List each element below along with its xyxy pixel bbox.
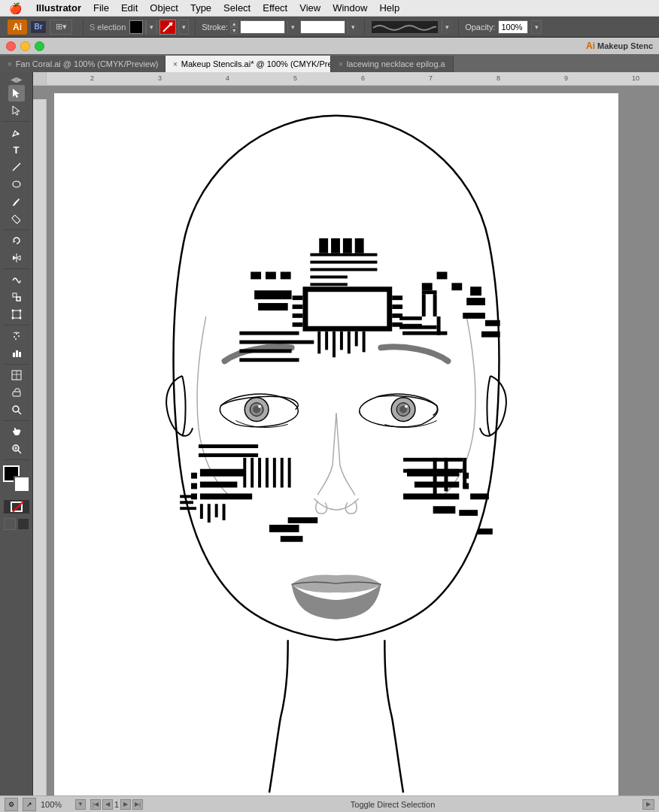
stroke-up[interactable]: ▲	[230, 20, 238, 27]
svg-rect-85	[288, 458, 291, 488]
selection-tool[interactable]	[8, 85, 25, 102]
column-graph-tool[interactable]	[8, 345, 25, 362]
svg-line-26	[18, 411, 21, 414]
warp-tool[interactable]	[8, 271, 25, 288]
svg-rect-8	[17, 297, 20, 301]
svg-rect-106	[223, 504, 226, 520]
svg-rect-62	[348, 332, 351, 354]
stroke-dropdown-2[interactable]: ▾	[348, 20, 358, 34]
color-mode-area	[3, 499, 30, 514]
menu-illustrator[interactable]: Illustrator	[30, 0, 87, 16]
stroke-value[interactable]	[240, 20, 285, 34]
br-logo[interactable]: Br	[30, 20, 47, 34]
canvas[interactable]	[54, 93, 659, 795]
menu-view[interactable]: View	[293, 0, 326, 16]
svg-rect-90	[459, 510, 478, 516]
svg-rect-1	[169, 23, 172, 26]
ruler-vertical	[33, 99, 47, 795]
color-mode-none[interactable]	[3, 499, 30, 514]
status-right-arrow[interactable]: ▶	[642, 799, 654, 810]
style-selector[interactable]	[159, 20, 176, 35]
tool-sep-7	[3, 459, 30, 460]
brush-dropdown[interactable]: ▾	[442, 20, 452, 34]
menu-file[interactable]: File	[87, 0, 115, 16]
zoom-tool[interactable]	[8, 401, 25, 418]
menu-select[interactable]: Select	[217, 0, 257, 16]
menu-help[interactable]: Help	[373, 0, 405, 16]
maximize-button[interactable]	[35, 41, 44, 51]
close-button[interactable]	[6, 41, 16, 51]
first-page-btn[interactable]: |◀	[90, 799, 101, 810]
slice-tool[interactable]	[8, 367, 25, 383]
tab-lacewing[interactable]: × lacewing necklace epilog.a	[331, 56, 454, 72]
background-color[interactable]	[14, 476, 30, 492]
status-config-btn[interactable]: ⚙	[5, 798, 18, 811]
eraser-tool[interactable]	[8, 384, 25, 401]
svg-rect-78	[239, 358, 299, 362]
fill-swatch[interactable]	[129, 20, 143, 34]
toolbar-separator-1	[83, 19, 84, 35]
menu-window[interactable]: Window	[326, 0, 373, 16]
opacity-value[interactable]: 100%	[498, 20, 528, 34]
tab-close-3[interactable]: ×	[339, 60, 343, 68]
stroke-spinners[interactable]: ▲ ▼	[230, 20, 238, 34]
toolbar-separator-2	[195, 19, 196, 35]
rotate-tool[interactable]	[8, 232, 25, 249]
free-transform-tool[interactable]	[8, 306, 25, 323]
direct-selection-tool[interactable]	[8, 102, 25, 119]
stroke-dropdown[interactable]: ▾	[287, 20, 298, 34]
symbol-sprayer-tool[interactable]	[8, 328, 25, 344]
menu-edit[interactable]: Edit	[115, 0, 144, 16]
svg-rect-64	[363, 332, 366, 353]
menu-object[interactable]: Object	[144, 0, 184, 16]
screen-mode-1[interactable]	[4, 518, 16, 530]
line-tool[interactable]	[8, 159, 25, 175]
brush-preview	[371, 20, 439, 34]
tool-sep-4	[3, 325, 30, 326]
fill-dropdown[interactable]: ▾	[145, 20, 157, 34]
ellipse-tool[interactable]	[8, 176, 25, 192]
apple-menu[interactable]: 🍎	[0, 2, 30, 14]
view-switcher[interactable]: ⊞▾	[50, 20, 72, 35]
svg-point-11	[19, 310, 21, 312]
minimize-button[interactable]	[20, 41, 30, 51]
opacity-arrow[interactable]: ▾	[531, 20, 542, 34]
menu-type[interactable]: Type	[184, 0, 217, 16]
tab-close-2[interactable]: ×	[173, 60, 178, 68]
tab-fan-coral[interactable]: × Fan Coral.ai @ 100% (CMYK/Preview)	[0, 56, 166, 72]
pencil-tool[interactable]	[8, 211, 25, 227]
last-page-btn[interactable]: ▶|	[132, 799, 143, 810]
fill-dropdown-arrow[interactable]: ▾	[146, 20, 156, 34]
svg-rect-128	[437, 317, 441, 335]
ruler-mark-6: 6	[361, 74, 365, 82]
tool-sep-3	[3, 268, 30, 269]
zoom-display: 100%	[41, 800, 71, 809]
next-page-btn[interactable]: ▶	[120, 799, 131, 810]
paintbrush-tool[interactable]	[8, 193, 25, 210]
svg-rect-9	[13, 311, 20, 318]
status-nav-btn[interactable]: ↗	[23, 798, 36, 811]
menu-effect[interactable]: Effect	[257, 0, 293, 16]
left-eye	[220, 394, 298, 427]
reflect-tool[interactable]	[8, 250, 25, 266]
svg-rect-104	[208, 504, 211, 523]
no-color-slash	[12, 501, 24, 513]
tab-close-1[interactable]: ×	[8, 60, 12, 68]
canvas-wrapper[interactable]	[33, 86, 659, 795]
artboard[interactable]	[54, 93, 618, 795]
panel-collapse[interactable]: ◀▶	[3, 74, 30, 84]
zoom-2-tool[interactable]	[8, 441, 25, 457]
stroke-field-2[interactable]	[300, 20, 345, 34]
prev-page-btn[interactable]: ◀	[102, 799, 113, 810]
scale-tool[interactable]	[8, 289, 25, 305]
hand-tool[interactable]	[8, 423, 25, 440]
screen-mode-2[interactable]	[17, 518, 29, 530]
type-tool[interactable]: T	[8, 141, 25, 158]
stroke-down[interactable]: ▼	[230, 27, 238, 34]
svg-rect-67	[422, 294, 426, 317]
tab-makeup-stencils[interactable]: × Makeup Stencils.ai* @ 100% (CMYK/Previ…	[166, 56, 331, 72]
pen-tool[interactable]	[8, 124, 25, 141]
svg-rect-101	[200, 482, 237, 488]
style-dropdown-arrow[interactable]: ▾	[178, 20, 189, 35]
zoom-down-btn[interactable]: ▼	[75, 799, 86, 810]
